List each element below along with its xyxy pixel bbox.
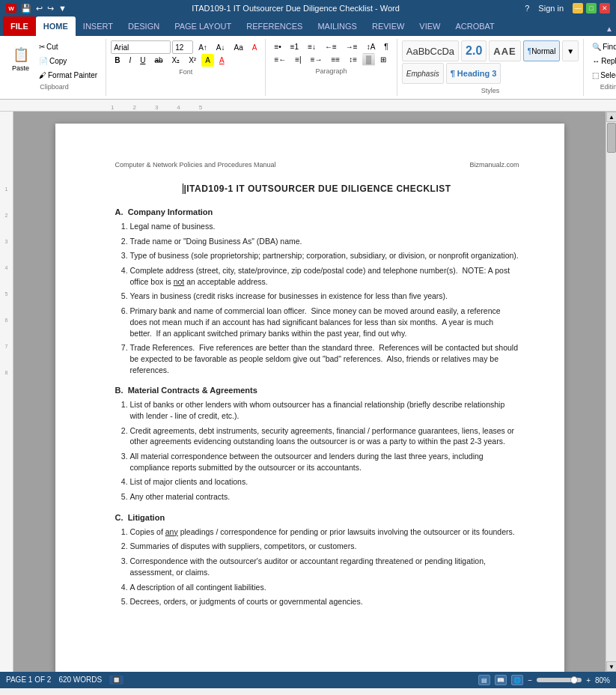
style-dropdown-btn[interactable]: ▼: [562, 40, 579, 61]
normal-label: Normal: [531, 47, 555, 55]
line-spacing-button[interactable]: ↕≡: [345, 53, 361, 66]
paragraph-label: Paragraph: [316, 67, 347, 75]
justify-button[interactable]: ≡≡: [328, 53, 344, 66]
tab-review[interactable]: REVIEW: [365, 16, 412, 36]
tab-mailings[interactable]: MAILINGS: [310, 16, 365, 36]
border-button[interactable]: ⊞: [376, 53, 390, 66]
sort-button[interactable]: ↕A: [363, 40, 379, 53]
select-button[interactable]: ⬚ Select -: [588, 69, 616, 82]
tab-file[interactable]: FILE: [3, 16, 36, 36]
font-name-input[interactable]: [111, 40, 171, 54]
tab-view[interactable]: VIEW: [412, 16, 448, 36]
style-emphasis-btn[interactable]: AaBbCcDa: [402, 40, 459, 61]
replace-button[interactable]: ↔ Replace: [588, 55, 616, 67]
find-icon: 🔍: [592, 43, 601, 51]
align-center-button[interactable]: ≡|: [291, 53, 305, 66]
quick-redo[interactable]: ↪: [47, 4, 54, 13]
zoom-minus[interactable]: −: [528, 676, 532, 685]
copy-icon: 📄: [39, 57, 48, 65]
copy-button[interactable]: 📄 Copy: [35, 55, 101, 67]
tab-home[interactable]: HOME: [36, 16, 76, 36]
quick-save[interactable]: 💾: [21, 4, 31, 13]
shading-button[interactable]: ▒: [362, 53, 375, 66]
bullets-button[interactable]: ≡•: [270, 40, 284, 53]
list-item: Decrees, orders, or judgments of courts …: [130, 596, 519, 607]
list-item: Years in business (credit risks increase…: [130, 291, 519, 302]
tab-acrobat[interactable]: ACROBAT: [448, 16, 501, 36]
help-button[interactable]: ?: [525, 4, 529, 13]
word-count: 620 WORDS: [58, 676, 102, 685]
superscript-button[interactable]: X²: [185, 54, 200, 67]
right-scrollbar[interactable]: ▲ ▼: [606, 112, 616, 672]
style-emphasis-label-btn[interactable]: Emphasis: [402, 63, 444, 84]
styles-container: AaBbCcDa 2.0 AAE ¶ Normal ▼ Emphasis: [402, 40, 579, 94]
title-bar-right: ? Sign in — □ ✕: [525, 3, 610, 13]
tab-design[interactable]: DESIGN: [121, 16, 167, 36]
change-case-button[interactable]: Aa: [231, 41, 247, 54]
scroll-up-button[interactable]: ▲: [606, 112, 616, 122]
document-title: |ITAD109-1 IT OUTSOURCER DUE DILIGENCE C…: [115, 183, 519, 194]
list-item: Type of business (sole proprietorship; p…: [130, 250, 519, 261]
font-color-button[interactable]: A: [216, 54, 228, 67]
read-mode-btn[interactable]: 📖: [495, 675, 507, 685]
minimize-button[interactable]: —: [573, 3, 583, 13]
format-painter-icon: 🖌: [39, 71, 46, 79]
para-row2: ≡← ≡| ≡→ ≡≡ ↕≡ ▒ ⊞: [270, 53, 390, 66]
web-layout-btn[interactable]: 🌐: [511, 675, 523, 685]
font-size-input[interactable]: [172, 40, 193, 54]
tab-insert[interactable]: INSERT: [76, 16, 121, 36]
maximize-button[interactable]: □: [586, 3, 597, 13]
style-normal-btn[interactable]: ¶ Normal: [523, 40, 561, 61]
find-button[interactable]: 🔍 Find: [588, 40, 616, 53]
grow-font-button[interactable]: A↑: [195, 41, 211, 54]
tab-page-layout[interactable]: PAGE LAYOUT: [167, 16, 239, 36]
document-page: Computer & Network Policies and Procedur…: [55, 124, 564, 672]
style-aabbcda-text: AaBbCcDa: [406, 46, 454, 57]
list-item: List of major clients and locations.: [130, 476, 519, 488]
ribbon-collapse[interactable]: ▲: [603, 22, 616, 36]
section-b-heading: B. Material Contracts & Agreements: [115, 386, 519, 395]
show-marks-button[interactable]: ¶: [380, 40, 391, 53]
list-item: Summaries of disputes with suppliers, co…: [130, 541, 519, 552]
subscript-button[interactable]: X₂: [168, 54, 184, 67]
style-heading-btn[interactable]: ¶ Heading 3: [446, 63, 501, 84]
quick-customize[interactable]: ▼: [58, 4, 67, 13]
zoom-slider[interactable]: [537, 678, 582, 682]
align-right-button[interactable]: ≡→: [307, 53, 326, 66]
close-button[interactable]: ✕: [600, 3, 610, 13]
scroll-thumb[interactable]: [607, 123, 616, 153]
signin-button[interactable]: Sign in: [538, 4, 564, 13]
print-layout-btn[interactable]: ▤: [478, 675, 490, 685]
cut-button[interactable]: ✂ Cut: [35, 40, 101, 53]
scroll-track[interactable]: [606, 122, 616, 661]
increase-indent-button[interactable]: →≡: [342, 40, 362, 53]
list-item: Any other material contracts.: [130, 491, 519, 503]
decrease-indent-button[interactable]: ←≡: [321, 40, 341, 53]
zoom-thumb[interactable]: [570, 676, 578, 684]
font-row1: A↑ A↓ Aa A: [111, 40, 260, 54]
align-left-button[interactable]: ≡←: [270, 53, 290, 66]
shrink-font-button[interactable]: A↓: [213, 41, 229, 54]
style-num-btn[interactable]: 2.0: [461, 40, 487, 61]
style-aae-btn[interactable]: AAE: [489, 40, 520, 61]
list-item: Primary bank and name of commercial loan…: [130, 306, 519, 339]
multilevel-button[interactable]: ≡↓: [304, 40, 320, 53]
zoom-plus[interactable]: +: [586, 676, 591, 685]
style-aae-text: AAE: [493, 46, 516, 57]
scroll-down-button[interactable]: ▼: [606, 661, 616, 672]
format-painter-button[interactable]: 🖌 Format Painter: [35, 69, 101, 82]
ribbon-group-paragraph: ≡• ≡1 ≡↓ ←≡ →≡ ↕A ¶ ≡← ≡| ≡→ ≡≡ ↕≡ ▒ ⊞ P…: [267, 39, 397, 96]
list-item: Complete address (street, city, state/pr…: [130, 265, 519, 287]
ribbon: 📋 Paste ✂ Cut 📄 Copy 🖌 Format Painter Cl…: [0, 36, 616, 100]
strikethrough-button[interactable]: ab: [150, 54, 166, 67]
bold-button[interactable]: B: [111, 54, 123, 67]
tab-references[interactable]: REFERENCES: [239, 16, 310, 36]
quick-undo[interactable]: ↩: [36, 4, 43, 13]
italic-button[interactable]: I: [125, 54, 135, 67]
text-highlight-button[interactable]: A: [201, 54, 214, 67]
numbering-button[interactable]: ≡1: [287, 40, 302, 53]
paste-button[interactable]: 📋 Paste: [7, 43, 34, 79]
doc-area[interactable]: Computer & Network Policies and Procedur…: [13, 112, 606, 672]
clear-format-button[interactable]: A: [248, 41, 261, 54]
underline-button[interactable]: U: [136, 54, 149, 67]
